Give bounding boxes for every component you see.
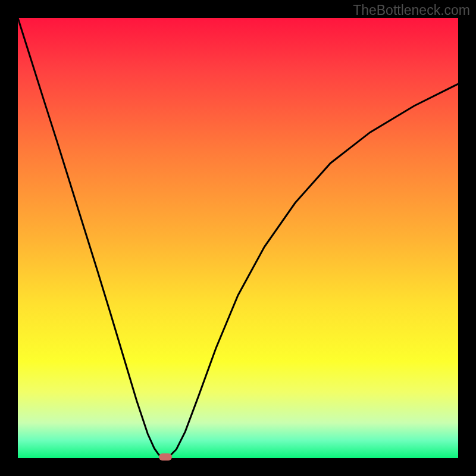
curve-left [18, 18, 161, 456]
plot-area [18, 18, 458, 458]
curve-svg [18, 18, 458, 458]
watermark-text: TheBottleneck.com [353, 2, 470, 18]
curve-right [170, 84, 458, 456]
minimum-marker [159, 453, 172, 461]
chart-frame: TheBottleneck.com [0, 0, 476, 476]
